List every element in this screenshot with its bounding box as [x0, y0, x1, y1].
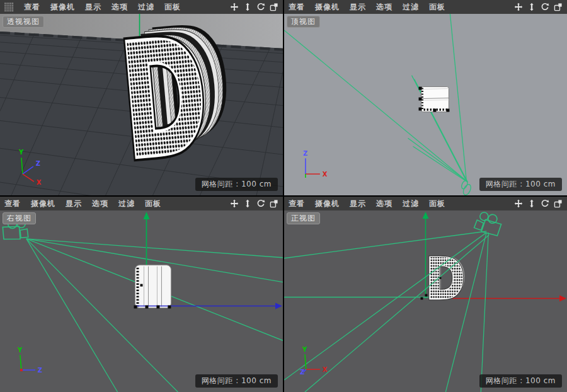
viewport-menu-bar: 查看 摄像机 显示 选项 过滤 面板: [284, 0, 567, 14]
letter-d-object[interactable]: D D D D D D D D D: [114, 14, 241, 193]
front-view-canvas[interactable]: D D D D: [284, 210, 567, 392]
viewport-menu-bar: 查看 摄像机 显示 选项 过滤 面板: [284, 197, 567, 210]
menu-item-camera[interactable]: 摄像机: [31, 199, 55, 209]
menu-item-display[interactable]: 显示: [66, 199, 82, 209]
menu-item-camera[interactable]: 摄像机: [315, 199, 340, 209]
move-view-icon[interactable]: [514, 3, 523, 11]
move-view-icon[interactable]: [230, 3, 239, 11]
menu-item-panel[interactable]: 面板: [164, 2, 181, 13]
viewport-pane-front: 查看 摄像机 显示 选项 过滤 面板: [284, 197, 567, 392]
svg-text:Y: Y: [302, 346, 307, 353]
letter-d-object-top[interactable]: [419, 87, 450, 112]
rotate-view-icon[interactable]: [256, 199, 265, 208]
menu-item-view[interactable]: 查看: [289, 2, 305, 13]
move-view-icon[interactable]: [230, 199, 239, 208]
toggle-view-icon[interactable]: [554, 3, 563, 11]
grid-spacing-badge: 网格间距 : 100 cm: [195, 178, 278, 191]
menu-item-view[interactable]: 查看: [289, 199, 305, 209]
viewport-label: 透视视图: [3, 16, 44, 28]
svg-text:D: D: [115, 14, 214, 193]
toggle-view-icon[interactable]: [270, 3, 278, 11]
rotate-view-icon[interactable]: [541, 199, 549, 208]
svg-text:Z: Z: [303, 150, 307, 157]
viewport-nav-icons: [514, 3, 563, 11]
svg-text:X: X: [323, 366, 328, 373]
viewport-pane-top: 查看 摄像机 显示 选项 过滤 面板: [284, 0, 567, 195]
grid-spacing-badge: 网格间距 : 100 cm: [195, 374, 278, 388]
zoom-view-icon[interactable]: [243, 199, 252, 208]
menu-item-view[interactable]: 查看: [4, 199, 21, 209]
menu-item-camera[interactable]: 摄像机: [315, 2, 340, 13]
zoom-view-icon[interactable]: [243, 3, 252, 11]
menu-item-filter[interactable]: 过滤: [403, 2, 419, 13]
top-view-canvas[interactable]: Z X 顶视图 网格间距 : 100 cm: [284, 14, 567, 195]
menu-item-display[interactable]: 显示: [350, 2, 366, 13]
svg-text:Z: Z: [300, 369, 304, 376]
toggle-view-icon[interactable]: [270, 199, 278, 208]
svg-text:D: D: [426, 246, 466, 313]
viewport-label: 顶视图: [287, 16, 320, 28]
viewport-label: 右视图: [3, 212, 36, 224]
viewport-nav-icons: [514, 199, 563, 208]
svg-text:Z: Z: [36, 160, 40, 167]
menu-item-filter[interactable]: 过滤: [118, 199, 135, 209]
svg-text:X: X: [323, 171, 328, 178]
menu-item-filter[interactable]: 过滤: [403, 199, 419, 209]
menu-item-filter[interactable]: 过滤: [138, 2, 154, 13]
menu-item-camera[interactable]: 摄像机: [50, 2, 75, 13]
right-view-canvas[interactable]: Y Z 右视图 网格间距 : 100 cm: [0, 210, 283, 392]
viewport-menu-bar: 查看 摄像机 显示 选项 过滤 面板: [0, 0, 283, 14]
viewport-nav-icons: [230, 3, 278, 11]
viewport-label: 正视图: [287, 212, 320, 224]
rotate-view-icon[interactable]: [256, 3, 265, 11]
menu-item-options[interactable]: 选项: [112, 2, 128, 13]
letter-d-object-front[interactable]: D D D D: [426, 245, 467, 312]
grid-menu-icon[interactable]: [4, 3, 14, 12]
menu-item-options[interactable]: 选项: [376, 2, 392, 13]
menu-item-panel[interactable]: 面板: [429, 199, 445, 209]
grid-spacing-badge: 网格间距 : 100 cm: [479, 178, 562, 191]
move-view-icon[interactable]: [514, 199, 523, 208]
menu-item-display[interactable]: 显示: [350, 199, 366, 209]
grid-spacing-badge: 网格间距 : 100 cm: [479, 374, 562, 388]
svg-text:Y: Y: [18, 149, 24, 156]
zoom-view-icon[interactable]: [527, 199, 536, 208]
viewport-nav-icons: [230, 199, 278, 208]
quad-viewport-window: 查看 摄像机 显示 选项 过滤 面板: [0, 0, 567, 392]
menu-item-options[interactable]: 选项: [376, 199, 392, 209]
menu-item-options[interactable]: 选项: [92, 199, 108, 209]
menu-item-panel[interactable]: 面板: [429, 2, 445, 13]
svg-text:X: X: [37, 179, 42, 186]
svg-text:Z: Z: [38, 367, 42, 374]
viewport-menu-bar: 查看 摄像机 显示 选项 过滤 面板: [0, 197, 283, 210]
perspective-canvas[interactable]: D D D D D D D D D Y Z X: [0, 14, 283, 195]
viewport-pane-perspective: 查看 摄像机 显示 选项 过滤 面板: [0, 0, 283, 195]
viewport-pane-right: 查看 摄像机 显示 选项 过滤 面板: [0, 197, 283, 392]
svg-text:Y: Y: [17, 347, 23, 354]
menu-item-view[interactable]: 查看: [24, 2, 40, 13]
zoom-view-icon[interactable]: [527, 3, 536, 11]
rotate-view-icon[interactable]: [541, 3, 549, 11]
letter-d-object-side[interactable]: [135, 265, 171, 308]
menu-item-display[interactable]: 显示: [85, 2, 101, 13]
toggle-view-icon[interactable]: [554, 199, 563, 208]
menu-item-panel[interactable]: 面板: [145, 199, 161, 209]
